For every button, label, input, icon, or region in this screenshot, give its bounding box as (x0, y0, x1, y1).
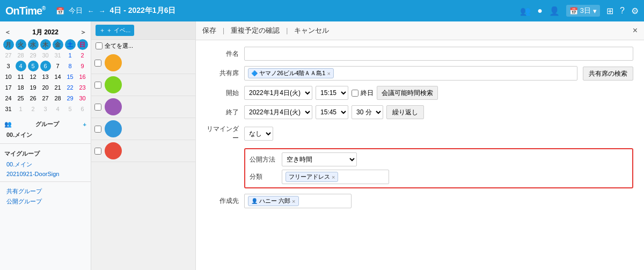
subject-input[interactable] (244, 47, 633, 61)
category-tag: フリーアドレス × (286, 172, 338, 182)
cal-day-18[interactable]: 18 (16, 82, 26, 93)
cal-day-22[interactable]: 22 (65, 82, 76, 93)
cal-next[interactable]: ＞ (80, 28, 86, 37)
cal-day-1[interactable]: 1 (65, 50, 76, 61)
creator-tag-remove[interactable]: × (292, 198, 295, 205)
add-event-button[interactable]: ＋ ＋ イベ... (96, 25, 134, 36)
person-icon[interactable]: 👤 (549, 6, 560, 16)
check-overlap-button[interactable]: 重複予定の確認 (231, 26, 280, 35)
cal-day-21[interactable]: 21 (53, 82, 63, 93)
cal-day-13[interactable]: 13 (40, 71, 51, 82)
cal-day-1b[interactable]: 1 (16, 104, 26, 114)
cal-day-16[interactable]: 16 (77, 71, 88, 82)
cal-day-8[interactable]: 8 (65, 61, 76, 71)
sidebar-item-shared[interactable]: 共有グループ (4, 186, 86, 196)
cal-day-4b[interactable]: 4 (53, 104, 63, 114)
sidebar-item-public[interactable]: 公開グループ (4, 196, 86, 207)
event-checkbox[interactable] (94, 126, 101, 133)
next-button[interactable]: → (98, 7, 105, 15)
group-header: 👥 グループ + (4, 119, 86, 130)
close-button[interactable]: × (633, 26, 638, 35)
cal-day-17[interactable]: 17 (3, 82, 14, 93)
cal-day-26[interactable]: 26 (28, 93, 39, 104)
tag-remove[interactable]: × (327, 70, 330, 77)
cal-day-2b[interactable]: 2 (28, 104, 39, 114)
day-thu: 木 (40, 39, 51, 50)
cal-day-10[interactable]: 10 (3, 71, 14, 82)
reminder-select[interactable]: なし (244, 127, 273, 141)
repeat-button[interactable]: 繰り返し (386, 105, 424, 119)
select-all-checkbox[interactable] (96, 42, 103, 49)
event-checkbox[interactable] (94, 60, 101, 67)
day-sat: 土 (65, 39, 76, 50)
visibility-select[interactable]: 空き時間 (282, 152, 357, 166)
start-time-select[interactable]: 15:15 (316, 86, 348, 100)
start-date-select[interactable]: 2022年1月4日(火) (244, 86, 312, 100)
day-fri: 金 (53, 39, 63, 50)
days-view-button[interactable]: 📅 3日 ▾ (566, 5, 600, 17)
save-button[interactable]: 保存 (202, 26, 216, 35)
cal-day-31a[interactable]: 31 (53, 50, 63, 61)
my-group-header: マイグループ (4, 148, 86, 159)
settings-icon[interactable]: ⚙ (631, 6, 639, 16)
today-button[interactable]: 今日 (69, 6, 83, 16)
cal-day-7[interactable]: 7 (53, 61, 63, 71)
sidebar: ＜ 1月 2022 ＞ 月 火 水 木 金 土 日 27 28 29 30 31 (0, 21, 91, 270)
cal-day-20[interactable]: 20 (40, 82, 51, 93)
cal-day-3[interactable]: 3 (3, 61, 14, 71)
category-label: 分類 (250, 172, 276, 181)
cal-day-5b[interactable]: 5 (65, 104, 76, 114)
cal-day-12[interactable]: 12 (28, 71, 39, 82)
cal-day-28b[interactable]: 28 (53, 93, 63, 104)
cal-day-2[interactable]: 2 (77, 50, 88, 61)
duration-select[interactable]: 30 分 (352, 105, 383, 119)
divider-1 (0, 143, 91, 144)
cal-day-11[interactable]: 11 (16, 71, 26, 82)
cal-day-30a[interactable]: 30 (40, 50, 51, 61)
cal-day-4-today[interactable]: 4 (16, 61, 26, 71)
cal-day-29[interactable]: 29 (65, 93, 76, 104)
cal-day-29a[interactable]: 29 (28, 50, 39, 61)
cal-day-27a[interactable]: 27 (3, 50, 14, 61)
sidebar-item-doorsign[interactable]: 20210921-DoorSign (4, 170, 86, 178)
cal-day-31b[interactable]: 31 (3, 104, 14, 114)
allday-checkbox[interactable] (352, 90, 358, 97)
help-icon[interactable]: ? (620, 6, 625, 16)
sidebar-item-main[interactable]: 00.メイン (4, 130, 86, 140)
creator-input[interactable]: 👤 ハニー 六郎 × (244, 194, 352, 208)
cal-day-15[interactable]: 15 (65, 71, 76, 82)
cal-day-9[interactable]: 9 (77, 61, 88, 71)
shared-seat-search-button[interactable]: 共有席の検索 (583, 67, 633, 81)
category-input[interactable]: フリーアドレス × (282, 170, 389, 184)
cal-prev[interactable]: ＜ (4, 28, 11, 37)
event-checkbox[interactable] (94, 82, 101, 89)
shared-seat-input[interactable]: 🔷 ヤマノ26ビル4階ＡＡ島1 × (244, 66, 577, 81)
form-toolbar: 保存 | 重複予定の確認 | キャンセル × (196, 21, 644, 40)
users-icon[interactable]: 👥 (520, 6, 531, 16)
cal-day-30[interactable]: 30 (77, 93, 88, 104)
event-checkbox[interactable] (94, 104, 101, 111)
cal-day-27b[interactable]: 27 (40, 93, 51, 104)
cal-day-28a[interactable]: 28 (16, 50, 26, 61)
cal-day-6[interactable]: 6 (40, 61, 51, 71)
cal-day-24[interactable]: 24 (3, 93, 14, 104)
end-time-select[interactable]: 15:45 (316, 105, 348, 119)
end-date-select[interactable]: 2022年1月4日(火) (244, 105, 312, 119)
cal-day-3b[interactable]: 3 (40, 104, 51, 114)
cal-day-19[interactable]: 19 (28, 82, 39, 93)
prev-button[interactable]: ← (87, 7, 94, 15)
meeting-search-button[interactable]: 会議可能時間検索 (377, 86, 438, 100)
cal-day-23[interactable]: 23 (77, 82, 88, 93)
cancel-button[interactable]: キャンセル (294, 26, 329, 35)
event-checkbox[interactable] (94, 148, 101, 155)
cal-day-6b[interactable]: 6 (77, 104, 88, 114)
grid-view-icon[interactable]: ⊞ (606, 6, 613, 16)
category-tag-remove[interactable]: × (332, 174, 335, 180)
cal-day-25[interactable]: 25 (16, 93, 26, 104)
day-wed: 水 (28, 39, 39, 50)
day-tue: 火 (16, 39, 26, 50)
cal-day-5[interactable]: 5 (28, 61, 39, 71)
sidebar-item-my-main[interactable]: 00.メイン (4, 159, 86, 170)
group-add-button[interactable]: + (83, 121, 86, 128)
cal-day-14[interactable]: 14 (53, 71, 63, 82)
